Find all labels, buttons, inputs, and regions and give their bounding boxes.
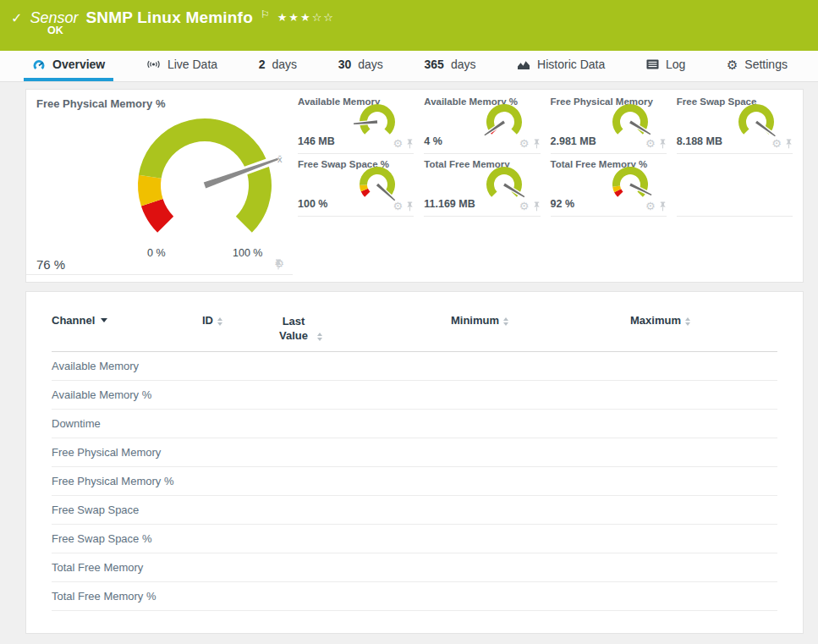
mini-gauge-free-swap-space: Free Swap Space 8.188 MB ⚙: [677, 91, 793, 154]
table-header-row: Channel ID Last Value Minimum Maximum: [52, 300, 777, 352]
tab-live-data[interactable]: Live Data: [138, 51, 226, 81]
pin-icon[interactable]: [659, 201, 667, 212]
live-signal-icon: [146, 58, 161, 70]
table-row: Available Memory: [52, 352, 777, 381]
gauge-title: Free Physical Memory %: [36, 97, 165, 110]
mini-gauge-empty-cell: [677, 154, 793, 217]
tab-number: 2: [259, 58, 266, 71]
mini-gauges-grid: Available Memory 146 MB ⚙ Available Memo…: [293, 90, 803, 282]
column-header-last-value[interactable]: Last Value: [222, 314, 322, 343]
gauge-actions: ⚙: [645, 201, 667, 212]
tab-365-days[interactable]: 365 days: [416, 51, 485, 81]
table-row: Total Free Memory: [52, 553, 777, 582]
gauge-actions: ⚙: [393, 201, 414, 212]
gear-icon: ⚙: [727, 58, 738, 71]
status-badge: OK: [47, 25, 63, 36]
tab-label: Overview: [52, 58, 105, 71]
gauge-value: 4 %: [424, 135, 442, 147]
gear-icon[interactable]: ⚙: [519, 201, 530, 212]
gauge-value: 100 %: [298, 198, 327, 210]
sensor-header: ✓ Sensor SNMP Linux Meminfo ⚐ ★★★☆☆ OK: [0, 0, 818, 51]
pin-icon[interactable]: [533, 201, 541, 212]
tab-label: days: [358, 58, 383, 71]
tab-settings[interactable]: ⚙ Settings: [718, 51, 796, 81]
table-row: Free Physical Memory %: [52, 467, 777, 496]
pin-icon[interactable]: [659, 139, 667, 149]
sensor-title: SNMP Linux Meminfo: [85, 8, 252, 27]
mini-gauge-available-memory: Available Memory 146 MB ⚙: [298, 91, 414, 154]
tab-historic-data[interactable]: Historic Data: [508, 51, 613, 81]
gauge-value: 2.981 MB: [551, 135, 596, 147]
table-row: Free Swap Space %: [52, 525, 777, 553]
gauge-actions: ⚙: [519, 139, 541, 149]
gauges-panel: Free Physical Memory % x̄ 0 % 100 % 76 %…: [25, 89, 804, 283]
main-gauge-cell: Free Physical Memory % x̄ 0 % 100 % 76 %…: [26, 90, 293, 275]
gauge-value: 146 MB: [298, 135, 335, 147]
status-check-icon: ✓: [11, 10, 22, 26]
mini-gauge-available-memory-pct: Available Memory % 4 % ⚙: [424, 91, 540, 154]
gauge-value: 8.188 MB: [677, 135, 722, 147]
sort-icon: [685, 317, 690, 326]
gear-icon[interactable]: ⚙: [393, 139, 404, 149]
mini-gauge-total-free-memory: Total Free Memory 11.169 MB ⚙: [424, 154, 540, 217]
tab-number: 30: [338, 58, 352, 71]
log-list-icon: [646, 59, 659, 69]
mini-gauge-free-physical-memory: Free Physical Memory 2.981 MB ⚙: [551, 91, 667, 154]
gear-icon[interactable]: ⚙: [645, 139, 656, 149]
table-row: Free Physical Memory: [52, 438, 777, 467]
mini-gauge-total-free-memory-pct: Total Free Memory % 92 % ⚙: [551, 154, 667, 217]
gauge-value: 92 %: [551, 198, 575, 210]
table-body: Available Memory Available Memory % Down…: [52, 352, 777, 611]
tab-2-days[interactable]: 2 days: [250, 51, 305, 81]
tab-log[interactable]: Log: [638, 51, 694, 81]
gauge-actions: ⚙: [771, 139, 793, 149]
average-marker: x̄: [277, 154, 283, 164]
tab-overview[interactable]: Overview: [24, 51, 113, 81]
tab-number: 365: [425, 58, 444, 71]
tab-label: Historic Data: [537, 58, 605, 71]
column-header-id[interactable]: ID: [178, 314, 222, 327]
tab-30-days[interactable]: 30 days: [330, 51, 392, 81]
tab-label: Settings: [744, 58, 788, 71]
gear-icon[interactable]: ⚙: [393, 201, 404, 212]
column-header-minimum[interactable]: Minimum: [322, 314, 508, 327]
column-header-channel[interactable]: Channel: [52, 314, 178, 327]
gauge-max-label: 100 %: [233, 247, 262, 259]
gear-icon[interactable]: ⚙: [771, 139, 782, 149]
tab-label: Log: [666, 58, 685, 71]
sort-icon: [317, 333, 322, 341]
gauge-min-label: 0 %: [147, 247, 166, 259]
column-header-maximum[interactable]: Maximum: [508, 314, 690, 327]
gauge-value: 11.169 MB: [424, 198, 475, 210]
gauge-actions: ⚙: [519, 201, 541, 212]
gauge-value: 76 %: [36, 257, 65, 272]
pin-icon[interactable]: [406, 139, 414, 149]
pin-icon[interactable]: [406, 201, 414, 212]
pin-icon[interactable]: [785, 139, 793, 149]
tab-label: days: [272, 58, 298, 71]
mini-gauge-free-swap-space-pct: Free Swap Space % 100 % ⚙: [298, 154, 414, 217]
sort-desc-icon: [101, 318, 107, 322]
gauge-actions: ⚙: [274, 259, 284, 269]
pin-icon[interactable]: [274, 259, 283, 270]
gear-icon[interactable]: ⚙: [645, 201, 656, 212]
gauge-actions: ⚙: [645, 139, 667, 149]
table-row: Total Free Memory %: [52, 582, 777, 611]
gear-icon[interactable]: ⚙: [519, 139, 530, 149]
table-row: Downtime: [52, 410, 777, 438]
area-chart-icon: [517, 59, 530, 70]
table-row: Available Memory %: [52, 381, 777, 410]
tab-label: Live Data: [167, 58, 217, 71]
table-row: Free Swap Space: [52, 496, 777, 525]
channel-table-panel: Channel ID Last Value Minimum Maximum Av…: [25, 291, 804, 634]
flag-icon[interactable]: ⚐: [261, 8, 270, 20]
gauge-icon: [32, 58, 46, 71]
priority-stars[interactable]: ★★★☆☆: [277, 11, 335, 24]
pin-icon[interactable]: [533, 139, 541, 149]
tab-label: days: [451, 58, 476, 71]
tab-bar: Overview Live Data 2 days 30 days 365 da…: [0, 51, 818, 82]
gauge-actions: ⚙: [393, 139, 414, 149]
